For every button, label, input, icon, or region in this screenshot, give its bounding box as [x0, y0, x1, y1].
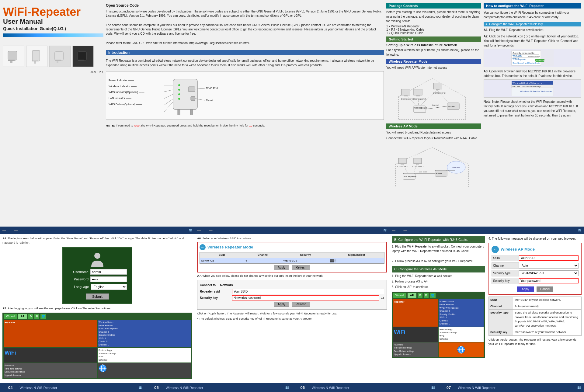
step-a2: A2. Click on the network icon ( or ) on … — [484, 34, 581, 67]
ssid-row-1[interactable]: Network26 4 WEP2-3DS ▓▓░ — [200, 258, 384, 264]
label-lan: LAN Indicator —— — [109, 95, 144, 102]
strip-03-left: B. Configure the Wi-Fi Repeater with RJ4… — [392, 236, 485, 360]
product-image-3 — [49, 46, 71, 67]
screenshot-a3: Wireless N Router Webserver - ... http:/… — [484, 79, 581, 98]
footer-strip-06: — 06 — Wireless-N Wifi Repeater ≋ — [292, 383, 438, 392]
strip-01-header: — 01 — Wireless-N Wifi Repeater ≋ — [0, 227, 195, 234]
footer-04-title: Wireless-N Wifi Repeater — [19, 386, 57, 390]
nav-wizard[interactable]: Wizard — [4, 314, 17, 319]
c-nav-icon1[interactable]: ⚙ — [418, 293, 422, 298]
svg-text:Computer 1: Computer 1 — [397, 165, 408, 168]
a6-intro: A6. Select your Wireless SSID to continu… — [197, 236, 387, 241]
ap-diagram: Computer 1 Computer 2 Wifi Repeater Rout… — [386, 143, 481, 189]
password-label: Password — [68, 277, 89, 282]
svg-rect-19 — [188, 87, 195, 92]
blue-bar — [3, 33, 103, 37]
strip-01-number: 01 — [8, 228, 12, 232]
info-row-security-type: Security type Setup the wireless securit… — [489, 310, 582, 329]
package-contents: Package Contents Before you starting to … — [386, 3, 481, 35]
password-input[interactable] — [90, 276, 127, 282]
repeater-mode-mockup: ← Wireless Repeater Mode SSID Channel Se… — [197, 242, 387, 272]
config-header: How to configure the Wi-Fi Repeater — [484, 3, 581, 9]
ap-ssid-input[interactable] — [519, 255, 579, 261]
refresh-btn-ssid[interactable]: Refresh — [292, 265, 310, 270]
svg-text:Open Network and Sharing Cente: Open Network and Sharing Center — [513, 62, 541, 64]
getting-started-badge: Getting Started — [386, 36, 481, 42]
svg-rect-9 — [78, 52, 86, 60]
svg-rect-3 — [32, 50, 40, 61]
svg-line-45 — [406, 95, 417, 106]
svg-text:Internet: Internet — [432, 104, 439, 106]
nav-icon1[interactable]: ⚙ — [28, 314, 33, 319]
c-nav-ap[interactable]: AP — [408, 293, 416, 298]
wireless-repeater-mode: Wireless Repeater Mode You will need WiF… — [386, 59, 481, 122]
config-intro: You can configure the Wi-Fi Repeater by … — [484, 10, 581, 19]
c-status-panel: Wireless StatusMode: EnabledWPS: WiFi-Re… — [439, 299, 484, 327]
svg-point-17 — [178, 93, 180, 95]
ap-security-type-select[interactable]: WPA/WPA2 PSK — [519, 270, 579, 276]
package-item-1: 1 x Wireless-N Repeater — [386, 25, 481, 28]
nav-icon2[interactable]: ⊞ — [34, 314, 39, 319]
footer-04-wifi: ≋ — [139, 385, 143, 390]
nav-icon3[interactable]: 🌐 — [40, 314, 46, 319]
bottom-panel: PasswordTime zone settingsSave/Reload se… — [4, 363, 97, 378]
security-key-label: Security key — [200, 296, 230, 300]
nav-ap[interactable]: AP — [18, 314, 27, 319]
product-title: WiFi-Repeater — [3, 6, 103, 18]
note-strong: NOTE: — [106, 124, 115, 127]
footer-06-title: Wireless-N Wifi Repeater — [312, 386, 349, 390]
svg-point-86 — [94, 253, 100, 259]
username-row: Username — [68, 269, 127, 275]
label-wps-btn: WPS Button(Optional) —— — [109, 102, 144, 108]
refresh-btn-connect[interactable]: Refresh — [292, 302, 310, 307]
settings-panel: Basic settingsAdvanced settingsWPSSchedu… — [98, 348, 191, 363]
ap-form-header: ← Wireless AP Mode — [492, 246, 579, 253]
security-key-input[interactable] — [232, 295, 379, 300]
submit-button[interactable]: Submit — [86, 293, 109, 300]
product-image-2 — [26, 46, 47, 67]
step-a3-text: Open web browser and type http://192.168… — [484, 70, 575, 78]
strip-01-divider — [61, 230, 185, 230]
svg-line-48 — [426, 106, 447, 109]
note-text: If you need to reset the Wi-Fi Repeater,… — [116, 124, 265, 127]
title-section: WiFi-Repeater User Manual Quick Installa… — [3, 3, 103, 40]
ssid-security: WEP2-3DS — [282, 258, 329, 264]
c-nav-wizard[interactable]: Wizard — [393, 293, 406, 298]
svg-text:Wifi Repeater: Wifi Repeater — [404, 175, 417, 178]
repeater-mode-title: Wireless Repeater Mode — [207, 244, 253, 250]
c2-text: 2. Follow process A3 to A4. — [392, 279, 485, 284]
package-items: 1 x Wireless-N Repeater 1 x RJ-45 Networ… — [386, 25, 481, 35]
svg-text:WiFi-Repeater: WiFi-Repeater — [513, 58, 527, 61]
bottom-strips-row1: — 01 — Wireless-N Wifi Repeater ≋ A4. Th… — [0, 227, 584, 383]
nav-repeater[interactable]: Repeater — [4, 320, 97, 347]
getting-started: Getting Started Setting up a Wireless In… — [386, 36, 481, 57]
apply-btn-connect[interactable]: Apply — [274, 302, 289, 307]
strip-01-title: Wireless-N Wifi Repeater — [19, 228, 57, 232]
svg-rect-74 — [513, 57, 539, 58]
svg-text:RJ45 Port: RJ45 Port — [206, 87, 218, 90]
svg-text:Internet: Internet — [452, 166, 460, 169]
repeater-ssid-row: Repeater ssid — [200, 289, 384, 294]
config-column: How to configure the Wi-Fi Repeater You … — [484, 3, 581, 222]
title-part1: WiFi — [3, 5, 27, 18]
apply-btn-ssid[interactable]: Apply — [274, 265, 289, 270]
c-nav-repeater[interactable]: Repeater — [393, 299, 438, 327]
ap-apply-btn[interactable]: Apply — [517, 286, 534, 292]
ap-mode-form: ← Wireless AP Mode SSID Channel Auto — [488, 243, 582, 295]
security-key-num: 18 — [381, 296, 384, 300]
strip-03-number: 03 — [397, 228, 401, 232]
strip-03-cols: B. Configure the Wi-Fi Repeater with RJ4… — [392, 236, 582, 360]
svg-rect-51 — [398, 158, 406, 164]
language-select[interactable]: English — [91, 284, 127, 290]
c-nav-icon2[interactable]: ⊞ — [424, 293, 429, 298]
ap-cancel-btn[interactable]: Cancel — [537, 286, 553, 292]
info-security-type-label: Security type — [489, 310, 513, 329]
ap-security-key-input[interactable] — [519, 278, 579, 283]
repeater-ssid-input[interactable] — [232, 289, 384, 294]
c-nav-icon3[interactable]: 🌐 — [430, 293, 436, 298]
ssid-signal: ▓▓░ — [329, 258, 384, 264]
ap-channel-select[interactable]: Auto — [519, 263, 579, 269]
svg-text:Reset: Reset — [206, 99, 213, 102]
package-item-2: 1 x RJ-45 Networking Cable — [386, 28, 481, 31]
username-input[interactable] — [90, 269, 127, 275]
